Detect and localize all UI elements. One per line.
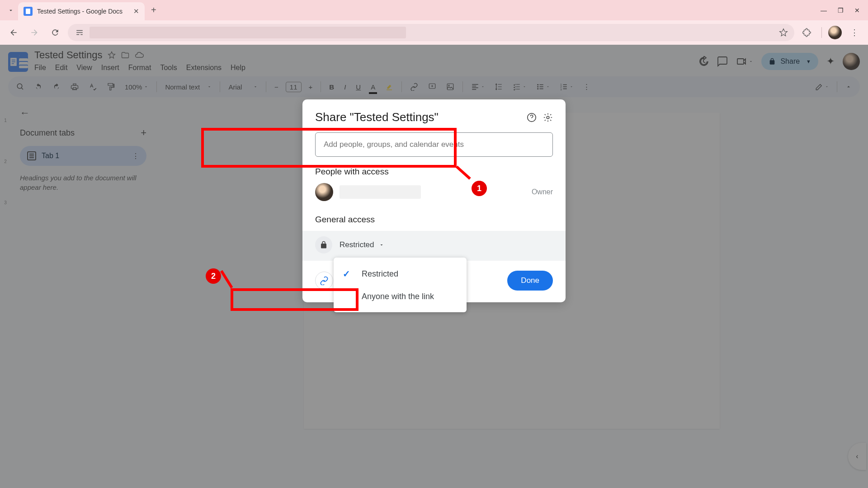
general-access-section: Restricted bbox=[302, 231, 566, 261]
browser-profile-avatar[interactable] bbox=[828, 26, 842, 39]
help-icon[interactable] bbox=[527, 113, 537, 122]
person-row-owner: Owner bbox=[315, 183, 553, 201]
check-icon: ✓ bbox=[343, 268, 354, 279]
browser-tab-strip: Tested Settings - Google Docs ✕ + ― ❐ ✕ bbox=[0, 0, 868, 20]
annotation-badge-2: 2 bbox=[206, 268, 221, 284]
new-tab-button[interactable]: + bbox=[151, 5, 156, 15]
back-button[interactable] bbox=[5, 24, 22, 41]
extensions-icon[interactable] bbox=[799, 24, 815, 41]
dialog-title: Share "Tested Settings" bbox=[315, 110, 520, 124]
forward-button bbox=[26, 24, 42, 41]
site-settings-icon[interactable] bbox=[74, 27, 85, 38]
tab-close-icon[interactable]: ✕ bbox=[133, 7, 139, 15]
maximize-icon[interactable]: ❐ bbox=[838, 7, 844, 14]
owner-name-redacted bbox=[340, 185, 421, 199]
minimize-icon[interactable]: ― bbox=[821, 7, 827, 14]
lock-circle-icon bbox=[315, 236, 332, 253]
bookmark-star-icon[interactable] bbox=[779, 28, 788, 37]
access-dropdown-menu: ✓ Restricted Anyone with the link bbox=[334, 258, 467, 312]
copy-link-button[interactable] bbox=[315, 272, 333, 290]
add-people-input[interactable] bbox=[315, 132, 553, 157]
owner-role: Owner bbox=[532, 188, 553, 196]
tab-title: Tested Settings - Google Docs bbox=[37, 8, 129, 15]
people-with-access-title: People with access bbox=[315, 167, 553, 177]
browser-menu-icon[interactable]: ⋮ bbox=[846, 24, 863, 41]
settings-gear-icon[interactable] bbox=[543, 113, 553, 122]
owner-avatar bbox=[315, 183, 333, 201]
reload-button[interactable] bbox=[47, 24, 63, 41]
close-window-icon[interactable]: ✕ bbox=[854, 7, 860, 14]
dropdown-option-restricted[interactable]: ✓ Restricted bbox=[334, 262, 467, 286]
dropdown-option-anyone[interactable]: Anyone with the link bbox=[334, 286, 467, 308]
tab-search-dropdown[interactable] bbox=[4, 3, 18, 18]
svg-point-15 bbox=[547, 116, 549, 119]
address-bar[interactable] bbox=[68, 24, 794, 41]
done-button[interactable]: Done bbox=[507, 271, 553, 291]
separator bbox=[821, 27, 822, 38]
docs-favicon-icon bbox=[24, 7, 33, 16]
general-access-title: General access bbox=[315, 215, 553, 225]
url-redacted bbox=[90, 27, 406, 38]
browser-tab-active[interactable]: Tested Settings - Google Docs ✕ bbox=[18, 2, 145, 20]
window-controls: ― ❐ ✕ bbox=[821, 7, 864, 14]
address-bar-row: ⋮ bbox=[0, 20, 868, 45]
annotation-badge-1: 1 bbox=[472, 181, 487, 196]
access-level-select[interactable]: Restricted bbox=[340, 240, 384, 249]
